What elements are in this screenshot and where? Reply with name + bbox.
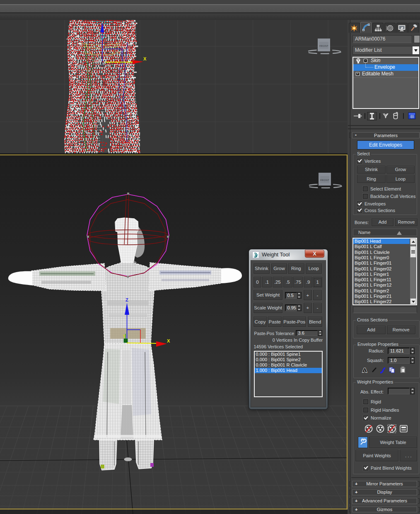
svg-text:X: X <box>167 338 170 343</box>
svg-text:X: X <box>143 56 147 61</box>
svg-text:FRONT: FRONT <box>319 45 328 47</box>
svg-text:FRONT: FRONT <box>320 179 329 181</box>
svg-text:Z: Z <box>126 297 128 302</box>
svg-text:A: A <box>362 367 367 374</box>
